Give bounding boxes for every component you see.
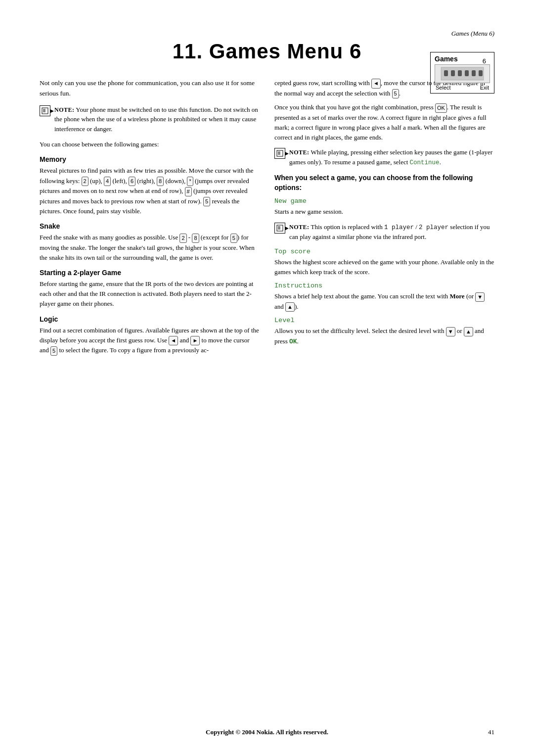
new-game-heading: New game xyxy=(274,197,494,205)
note-box-3: NOTE: This option is replaced with 1 pla… xyxy=(274,222,494,242)
phone-diagram: Games 6 Select Exit xyxy=(430,52,494,94)
svg-rect-8 xyxy=(43,109,45,112)
new-game-text: Starts a new game session. xyxy=(274,207,494,217)
svg-rect-2 xyxy=(451,70,455,76)
svg-rect-1 xyxy=(444,70,448,76)
note-box-1: NOTE: Your phone must be switched on to … xyxy=(40,105,260,134)
starting-2player-heading: Starting a 2-player Game xyxy=(40,269,260,277)
footer-page: 41 xyxy=(488,728,494,736)
svg-rect-10 xyxy=(278,151,280,155)
note-text-1: NOTE: Your phone must be switched on to … xyxy=(54,105,260,134)
instructions-heading: Instructions xyxy=(274,282,494,289)
top-label: Games (Menu 6) xyxy=(451,30,494,38)
memory-text: Reveal pictures to find pairs with as fe… xyxy=(40,166,260,216)
phone-diagram-buttons: Select Exit xyxy=(435,85,490,91)
note-text-2: NOTE: While playing, pressing either sel… xyxy=(289,147,494,167)
note-box-2: NOTE: While playing, pressing either sel… xyxy=(274,147,494,167)
intro-text: Not only can you use the phone for commu… xyxy=(40,78,260,99)
logic-text: Find out a secret combination of figures… xyxy=(40,326,260,356)
logic-text-2: Once you think that you have got the rig… xyxy=(274,102,494,142)
note-icon-3 xyxy=(274,223,285,234)
phone-diagram-number: 6 xyxy=(483,57,486,65)
memory-heading: Memory xyxy=(40,155,260,163)
svg-rect-4 xyxy=(465,70,469,76)
svg-rect-6 xyxy=(479,70,483,76)
note-icon-2 xyxy=(274,148,285,159)
logic-heading: Logic xyxy=(40,315,260,323)
snake-text: Feed the snake with as many goodies as p… xyxy=(40,233,260,263)
svg-rect-5 xyxy=(472,70,476,76)
top-score-heading: Top score xyxy=(274,248,494,255)
exit-label: Exit xyxy=(480,85,489,91)
instructions-text: Shows a brief help text about the game. … xyxy=(274,291,494,312)
phone-diagram-title: Games xyxy=(435,55,458,63)
games-intro: You can choose between the following gam… xyxy=(40,140,260,149)
level-heading: Level xyxy=(274,317,494,324)
level-text: Allows you to set the difficulty level. … xyxy=(274,326,494,347)
starting-2player-text: Before starting the game, ensure that th… xyxy=(40,279,260,309)
top-score-text: Shows the highest score achieved on the … xyxy=(274,257,494,277)
chapter-title: 11. Games Menu 6 xyxy=(40,40,494,63)
select-game-heading: When you select a game, you can choose f… xyxy=(274,173,494,192)
svg-rect-12 xyxy=(278,226,280,230)
footer-copyright: Copyright © 2004 Nokia. All rights reser… xyxy=(0,728,534,736)
note-text-3: NOTE: This option is replaced with 1 pla… xyxy=(289,222,494,242)
svg-rect-3 xyxy=(458,70,462,76)
select-label: Select xyxy=(436,85,451,91)
phone-diagram-screen xyxy=(435,64,490,83)
snake-heading: Snake xyxy=(40,222,260,230)
note-icon-1 xyxy=(40,105,50,116)
